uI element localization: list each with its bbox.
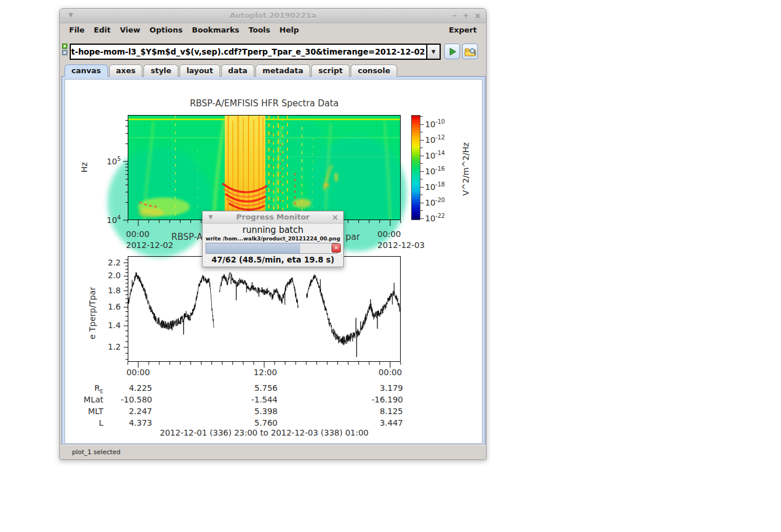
plot2-xtick-right: 00:00 [377, 368, 403, 377]
plot1-ytick-label: 104 [95, 214, 121, 225]
plot1-title: RBSP-A/EMFISIS HFR Spectra Data [128, 98, 401, 109]
progress-task-label: running batch [203, 225, 343, 235]
colorbar-tick-label: 10-10 [425, 118, 445, 129]
tab-canvas[interactable]: canvas [64, 64, 108, 77]
uri-combobox: a_rel04_ect-hope-mom-l3_$Y$m$d_v$(v,sep)… [70, 44, 441, 60]
progress-dialog-titlebar[interactable]: ▼ Progress Monitor × [203, 211, 343, 224]
plot2-ytick-label: 1.8 [95, 286, 121, 295]
progress-monitor-dialog[interactable]: ▼ Progress Monitor × running batch write… [202, 211, 344, 267]
tab-console[interactable]: console [351, 64, 397, 77]
minimize-button[interactable]: – [452, 11, 456, 20]
plot1-ytick-label: 105 [95, 156, 121, 166]
colorbar-unit-label: V^2/m^2/Hz [461, 142, 470, 196]
colorbar-tick [420, 203, 424, 203]
colorbar-tick [420, 187, 424, 188]
menu-edit[interactable]: Edit [89, 24, 116, 35]
annotation-value: 3.447 [339, 418, 403, 427]
tab-metadata[interactable]: metadata [255, 64, 310, 77]
colorbar-tick-label: 10-20 [425, 197, 445, 207]
menu-help[interactable]: Help [275, 24, 303, 35]
plot2-title-fragment-right: par [345, 232, 360, 242]
annotation-value: 5.760 [214, 418, 278, 427]
plot2-ytick-label: 1.4 [95, 321, 121, 330]
colorbar-tick [420, 195, 423, 195]
menu-bookmarks[interactable]: Bookmarks [188, 24, 244, 35]
colorbar[interactable] [411, 115, 420, 220]
menu-tools[interactable]: Tools [244, 24, 275, 35]
annotation-value: 5.756 [214, 383, 278, 393]
menu-options[interactable]: Options [145, 24, 188, 35]
maximize-button[interactable]: + [463, 11, 469, 20]
window-titlebar[interactable]: ▼ Autoplot 20190221a –+x [60, 9, 486, 23]
play-icon [447, 46, 458, 57]
uri-dropdown-button[interactable]: ▼ [426, 45, 440, 59]
plot2-ytick-label: 2.0 [95, 271, 121, 280]
annotation-value: 5.398 [214, 407, 278, 416]
open-file-button[interactable] [462, 44, 478, 59]
annotation-value: 4.373 [88, 418, 152, 427]
colorbar-tick [420, 179, 423, 179]
annotation-value: -16.190 [339, 395, 403, 404]
status-bar: plot_1 selected [60, 444, 486, 459]
colorbar-tick [420, 210, 423, 211]
tab-bar: canvas axes style layout data metadata s… [64, 64, 397, 77]
plot1-xtick-left: 00:00 [126, 229, 149, 239]
annotation-value: 2.247 [88, 407, 152, 416]
plot2-ytick-label: 1.6 [95, 302, 121, 311]
plot1-ylabel: Hz [80, 162, 89, 172]
colorbar-tick [420, 124, 424, 125]
folder-magnifier-icon [465, 46, 476, 57]
colorbar-tick [420, 116, 423, 117]
expert-menu[interactable]: Expert [444, 24, 481, 35]
progress-status-text: 47/62 (48.5/min, eta 19.8 s) [203, 254, 343, 267]
toolbar: a_rel04_ect-hope-mom-l3_$Y$m$d_v$(v,sep)… [60, 36, 486, 65]
status-text: plot_1 selected [72, 448, 121, 456]
datasource-type-icon [62, 44, 68, 56]
progress-dialog-close-icon[interactable]: × [332, 211, 339, 223]
tab-data[interactable]: data [221, 64, 254, 77]
plot1-xtick-right: 00:00 [377, 229, 401, 239]
colorbar-tick [420, 148, 423, 148]
tab-axes[interactable]: axes [109, 64, 143, 77]
timeseries-plot[interactable] [128, 256, 401, 362]
colorbar-tick-label: 10-22 [425, 213, 445, 223]
timerange-footer: 2012-12-01 (336) 23:00 to 2012-12-03 (33… [128, 428, 401, 437]
progress-detail-label: write /hom...walk3/product_20121224_00.p… [203, 236, 343, 242]
progress-bar-fill [206, 243, 300, 253]
colorbar-tick-label: 10-14 [425, 150, 445, 160]
close-button[interactable]: x [476, 11, 480, 20]
spectrogram-plot[interactable] [128, 115, 401, 220]
plot2-ytick-label: 1.2 [95, 342, 121, 351]
annotation-value: -10.580 [88, 395, 152, 404]
menu-view[interactable]: View [115, 24, 145, 35]
plot2-xtick-mid: 12:00 [253, 368, 278, 377]
window-title: Autoplot 20190221a [60, 11, 486, 20]
annotation-value: 8.125 [339, 407, 403, 416]
colorbar-tick [420, 140, 424, 141]
progress-cancel-button[interactable]: ✕ [332, 243, 341, 253]
window-controls: –+x [446, 11, 480, 20]
menubar: File Edit View Options Bookmarks Tools H… [60, 23, 486, 36]
uri-input[interactable]: a_rel04_ect-hope-mom-l3_$Y$m$d_v$(v,sep)… [71, 45, 426, 59]
progress-dialog-title: Progress Monitor [236, 213, 310, 221]
tab-script[interactable]: script [311, 64, 350, 77]
annotation-value: 4.225 [88, 383, 152, 393]
colorbar-tick-label: 10-18 [425, 181, 445, 192]
annotation-value: -1.544 [214, 395, 278, 404]
progress-bar [206, 243, 337, 254]
colorbar-tick-label: 10-16 [425, 166, 445, 176]
colorbar-tick-label: 10-12 [425, 134, 445, 145]
colorbar-tick [420, 132, 423, 132]
colorbar-tick [420, 171, 424, 172]
menu-file[interactable]: File [64, 24, 89, 35]
tab-layout[interactable]: layout [179, 64, 220, 77]
colorbar-tick [420, 218, 424, 219]
plot1-xdate-left: 2012-12-02 [126, 240, 173, 250]
annotation-value: 3.179 [339, 383, 403, 393]
plot1-xdate-right: 2012-12-03 [377, 240, 424, 250]
go-play-button[interactable] [444, 44, 460, 59]
progress-dialog-arrow-icon[interactable]: ▼ [208, 211, 213, 223]
colorbar-tick [420, 156, 424, 156]
colorbar-tick [420, 163, 423, 164]
tab-style[interactable]: style [143, 64, 178, 77]
